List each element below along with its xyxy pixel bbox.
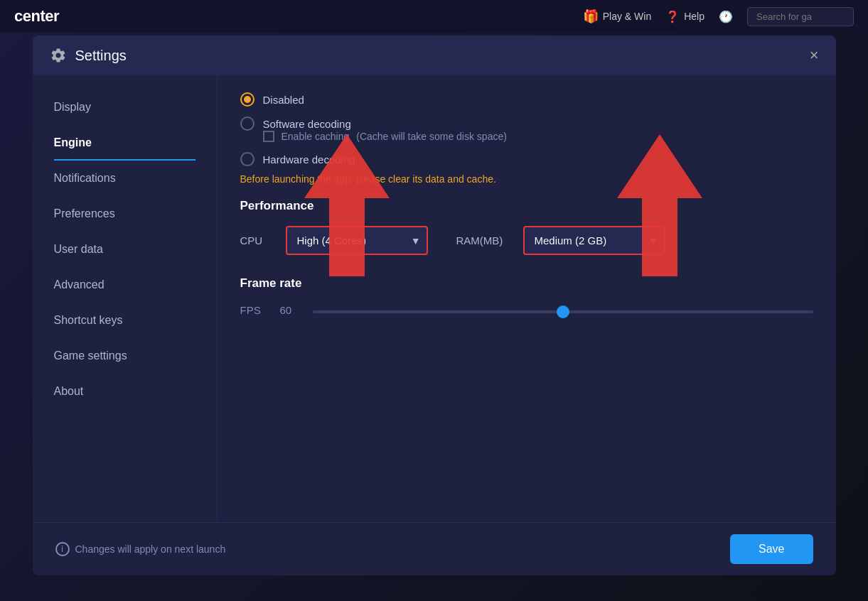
gear-icon <box>50 47 67 64</box>
settings-modal: Settings × Display Engine Notifications … <box>33 36 836 575</box>
fps-slider[interactable] <box>313 310 813 313</box>
fps-row: FPS 60 <box>240 303 813 316</box>
sidebar-item-advanced[interactable]: Advanced <box>33 267 217 303</box>
main-content: Disabled Software decoding Enable cachin… <box>218 75 836 522</box>
save-button[interactable]: Save <box>730 534 813 564</box>
sidebar: Display Engine Notifications Preferences… <box>33 75 218 522</box>
sidebar-item-game-settings[interactable]: Game settings <box>33 338 217 374</box>
ram-arrow-annotation <box>617 134 702 279</box>
ram-label: RAM(MB) <box>456 234 506 247</box>
search-input[interactable] <box>747 7 854 26</box>
software-option[interactable]: Software decoding <box>240 117 813 131</box>
play-win-label: Play & Win <box>603 11 651 22</box>
fps-label: FPS <box>240 304 269 316</box>
software-radio[interactable] <box>240 117 254 131</box>
frame-rate-section: Frame rate FPS 60 <box>240 276 813 316</box>
hardware-radio[interactable] <box>240 152 254 166</box>
sidebar-label-user-data: User data <box>54 243 103 255</box>
modal-header: Settings × <box>33 36 836 75</box>
software-label: Software decoding <box>263 118 351 130</box>
sidebar-item-display[interactable]: Display <box>33 90 217 125</box>
footer-info-text: Changes will apply on next launch <box>75 543 226 555</box>
sidebar-item-engine[interactable]: Engine <box>33 125 217 161</box>
topbar-right: 🎁 Play & Win ❓ Help 🕐 <box>583 7 854 26</box>
sidebar-item-about[interactable]: About <box>33 374 217 409</box>
sidebar-label-game-settings: Game settings <box>54 350 127 362</box>
sidebar-label-preferences: Preferences <box>54 207 115 220</box>
help-label: Help <box>684 11 704 22</box>
modal-title-group: Settings <box>50 47 127 64</box>
modal-title: Settings <box>75 48 127 64</box>
svg-marker-1 <box>617 134 702 276</box>
app-topbar: center 🎁 Play & Win ❓ Help 🕐 <box>0 0 868 33</box>
help-button[interactable]: ❓ Help <box>665 10 704 23</box>
modal-footer: i Changes will apply on next launch Save <box>33 522 836 575</box>
help-icon: ❓ <box>665 10 680 23</box>
fps-slider-wrapper <box>313 303 813 316</box>
history-icon: 🕐 <box>719 10 733 23</box>
svg-marker-0 <box>304 134 390 276</box>
sidebar-item-preferences[interactable]: Preferences <box>33 196 217 232</box>
cpu-arrow-annotation <box>304 134 390 279</box>
sidebar-label-display: Display <box>54 101 91 113</box>
sidebar-label-engine: Engine <box>54 136 92 148</box>
sidebar-item-user-data[interactable]: User data <box>33 232 217 267</box>
sidebar-label-shortcut-keys: Shortcut keys <box>54 314 123 326</box>
history-button[interactable]: 🕐 <box>719 10 733 23</box>
sidebar-label-advanced: Advanced <box>54 278 105 291</box>
sidebar-label-about: About <box>54 385 84 397</box>
sidebar-item-notifications[interactable]: Notifications <box>33 161 217 196</box>
cpu-label: CPU <box>240 234 269 247</box>
caching-checkbox[interactable] <box>263 131 274 142</box>
disabled-radio[interactable] <box>240 92 254 107</box>
close-button[interactable]: × <box>810 48 819 63</box>
gift-icon: 🎁 <box>583 9 599 24</box>
disabled-label: Disabled <box>263 94 304 106</box>
fps-value: 60 <box>280 304 301 316</box>
disabled-option[interactable]: Disabled <box>240 92 813 107</box>
modal-body: Display Engine Notifications Preferences… <box>33 75 836 522</box>
app-title: center <box>14 7 59 26</box>
footer-info: i Changes will apply on next launch <box>55 542 226 556</box>
sidebar-item-shortcut-keys[interactable]: Shortcut keys <box>33 303 217 338</box>
play-win-button[interactable]: 🎁 Play & Win <box>583 9 651 24</box>
info-icon: i <box>55 542 70 556</box>
sidebar-label-notifications: Notifications <box>54 172 116 184</box>
